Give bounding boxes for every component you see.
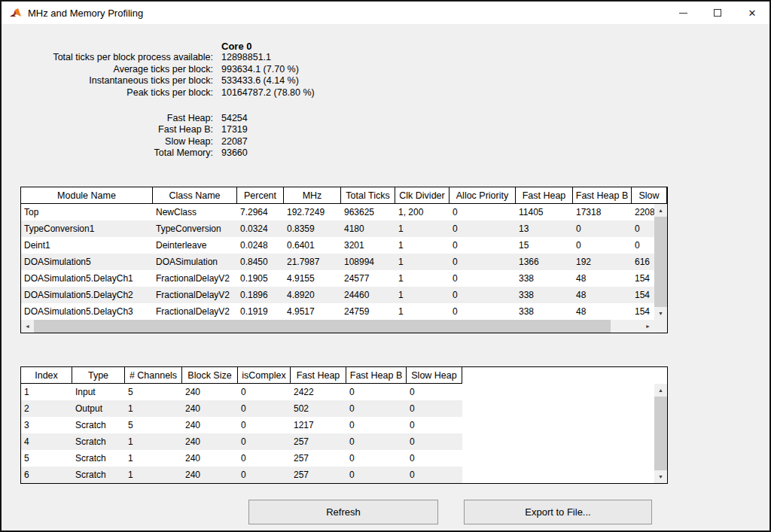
scroll-left-icon[interactable]: ◄: [21, 320, 34, 333]
memory-value: 54254: [221, 113, 248, 123]
memory-value: 22087: [221, 136, 248, 147]
scroll-down-icon[interactable]: ▼: [654, 307, 667, 320]
refresh-button[interactable]: Refresh: [248, 500, 438, 524]
column-header-type[interactable]: Type: [72, 367, 125, 384]
column-header--channels[interactable]: # Channels: [125, 367, 182, 384]
column-header-slow-heap[interactable]: Slow Heap: [407, 367, 462, 384]
table-cell: 0: [573, 237, 632, 254]
memory-value: 17319: [221, 124, 248, 135]
table-cell: 2: [21, 400, 72, 417]
table-row[interactable]: 3Scratch52400121700: [21, 417, 462, 433]
table-cell: 24577: [341, 270, 395, 287]
horizontal-scrollbar-thumb[interactable]: [34, 320, 611, 333]
table-cell: 17318: [573, 204, 632, 220]
table-cell: 240: [182, 450, 238, 467]
table-cell: FractionalDelayV2: [153, 287, 237, 303]
column-header-fast-heap-b[interactable]: Fast Heap B: [573, 187, 632, 204]
table-cell: 0: [573, 220, 632, 237]
stat-label: Total ticks per block process available:: [20, 52, 213, 62]
column-header-class-name[interactable]: Class Name: [153, 187, 237, 204]
table-row[interactable]: Deint1Deinterleave0.02480.64013201101500: [21, 237, 667, 254]
table-cell: 7.2964: [237, 204, 284, 220]
memory-label: Fast Heap B:: [20, 124, 213, 135]
table-row[interactable]: 6Scratch1240025700: [21, 467, 462, 483]
table-row[interactable]: DOASimulation5.DelayCh2FractionalDelayV2…: [21, 287, 667, 303]
module-table-vertical-scrollbar[interactable]: ▲ ▼: [654, 204, 667, 320]
table-cell: 0: [407, 467, 462, 483]
table-cell: TypeConversion: [153, 220, 237, 237]
table-cell: 0: [407, 417, 462, 433]
table-cell: 0: [346, 433, 407, 450]
memory-label: Fast Heap:: [20, 113, 213, 123]
table-row[interactable]: TypeConversion1TypeConversion0.03240.835…: [21, 220, 667, 237]
column-header-mhz[interactable]: MHz: [284, 187, 341, 204]
vertical-scrollbar-thumb[interactable]: [654, 397, 667, 470]
column-header-total-ticks[interactable]: Total Ticks: [341, 187, 395, 204]
window-title: MHz and Memory Profiling: [28, 8, 143, 19]
stats-panel: Core 0 Total ticks per block process ava…: [20, 41, 315, 160]
table-row[interactable]: 4Scratch1240025700: [21, 433, 462, 450]
table-cell: 0: [238, 433, 291, 450]
table-cell: 108994: [341, 254, 395, 270]
table-row[interactable]: 5Scratch1240025700: [21, 450, 462, 467]
table-row[interactable]: DOASimulation5.DelayCh1FractionalDelayV2…: [21, 270, 667, 287]
column-header-percent[interactable]: Percent: [237, 187, 284, 204]
table-cell: 0: [238, 467, 291, 483]
column-header-index[interactable]: Index: [21, 367, 72, 384]
column-header-iscomplex[interactable]: isComplex: [238, 367, 291, 384]
table-cell: 0: [449, 303, 516, 320]
table-cell: 257: [291, 467, 346, 483]
column-header-block-size[interactable]: Block Size: [182, 367, 238, 384]
scroll-up-icon[interactable]: ▲: [654, 204, 667, 217]
stat-value: 12898851.1: [221, 52, 271, 62]
table-cell: 24460: [341, 287, 395, 303]
close-button[interactable]: ✕: [735, 2, 769, 24]
table-cell: 0: [449, 237, 516, 254]
table-cell: 4: [21, 433, 72, 450]
buffer-table-vertical-scrollbar[interactable]: ▲ ▼: [654, 384, 667, 483]
table-cell: 0: [449, 270, 516, 287]
module-table-horizontal-scrollbar[interactable]: ◄ ►: [21, 320, 654, 333]
column-header-clk-divider[interactable]: Clk Divider: [395, 187, 449, 204]
scroll-right-icon[interactable]: ►: [641, 320, 654, 333]
maximize-button[interactable]: [700, 2, 735, 24]
table-cell: 5: [21, 450, 72, 467]
column-header-slow[interactable]: Slow: [632, 187, 667, 204]
stat-value: 10164787.2 (78.80 %): [221, 87, 315, 98]
table-cell: 240: [182, 400, 238, 417]
table-cell: 0: [449, 204, 516, 220]
column-header-fast-heap-b[interactable]: Fast Heap B: [346, 367, 407, 384]
table-cell: 963625: [341, 204, 395, 220]
table-cell: 192: [573, 254, 632, 270]
column-header-fast-heap[interactable]: Fast Heap: [516, 187, 573, 204]
table-cell: 1: [395, 237, 449, 254]
table-cell: 0: [407, 400, 462, 417]
export-button[interactable]: Export to File...: [464, 500, 652, 524]
scroll-down-icon[interactable]: ▼: [654, 470, 667, 483]
table-row[interactable]: DOASimulation5.DelayCh3FractionalDelayV2…: [21, 303, 667, 320]
table-cell: 1366: [516, 254, 573, 270]
table-cell: FractionalDelayV2: [153, 270, 237, 287]
table-row[interactable]: DOASimulation5DOASimulation0.845021.7987…: [21, 254, 667, 270]
module-table-header: Module NameClass NamePercentMHzTotal Tic…: [21, 187, 667, 204]
table-cell: 0.8359: [284, 220, 341, 237]
minimize-button[interactable]: [666, 2, 700, 24]
maximize-icon: [714, 9, 721, 17]
column-header-fast-heap[interactable]: Fast Heap: [291, 367, 346, 384]
table-cell: 1: [125, 467, 182, 483]
table-row[interactable]: 1Input52400242200: [21, 384, 462, 400]
table-cell: 0: [449, 254, 516, 270]
table-cell: 0.0248: [237, 237, 284, 254]
column-header-alloc-priority[interactable]: Alloc Priority: [449, 187, 516, 204]
table-cell: 0: [346, 400, 407, 417]
table-cell: 4.9155: [284, 270, 341, 287]
table-cell: 0: [346, 467, 407, 483]
table-cell: Scratch: [72, 467, 125, 483]
column-header-module-name[interactable]: Module Name: [21, 187, 153, 204]
table-cell: 1: [395, 303, 449, 320]
table-row[interactable]: TopNewClass7.2964192.72499636251, 200011…: [21, 204, 667, 220]
table-cell: Top: [21, 204, 153, 220]
scroll-up-icon[interactable]: ▲: [654, 384, 667, 397]
vertical-scrollbar-thumb[interactable]: [654, 217, 667, 307]
table-row[interactable]: 2Output1240050200: [21, 400, 462, 417]
